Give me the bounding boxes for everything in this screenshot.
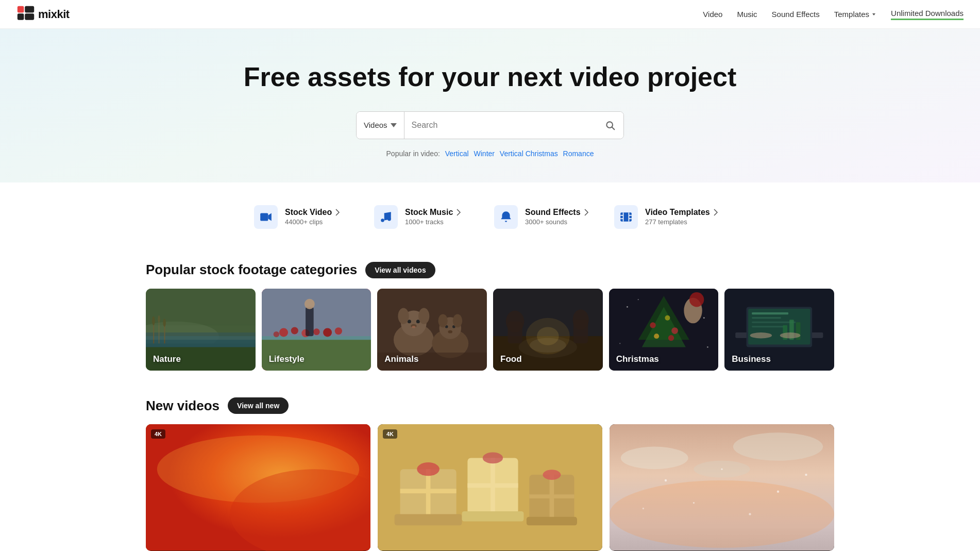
category-card-christmas[interactable]: Christmas xyxy=(609,289,719,371)
play-icon xyxy=(486,482,496,493)
chevron-down-icon xyxy=(391,122,397,128)
stock-video-title: Stock Video xyxy=(285,208,332,217)
nav-sound-effects[interactable]: Sound Effects xyxy=(772,10,820,19)
new-videos-section-header: New videos View all new xyxy=(146,397,834,414)
category-card-animals[interactable]: Animals xyxy=(377,289,487,371)
asset-cat-sound-effects[interactable]: Sound Effects 3000+ sounds xyxy=(494,201,606,233)
stock-video-sub: 44000+ clips xyxy=(285,218,341,226)
logo-link[interactable]: mixkit xyxy=(16,5,70,24)
asset-cat-stock-music[interactable]: Stock Music 1000+ tracks xyxy=(374,201,486,233)
main-nav: mixkit Video Music Sound Effects Templat… xyxy=(0,0,980,29)
arrow-right-icon xyxy=(583,209,590,216)
stock-music-sub: 1000+ tracks xyxy=(405,218,462,226)
svg-rect-1 xyxy=(18,13,24,20)
categories-section: Popular stock footage categories View al… xyxy=(129,252,851,388)
category-card-lifestyle[interactable]: Lifestyle xyxy=(262,289,371,371)
hero-section: Free assets for your next video project … xyxy=(0,29,980,182)
new-videos-section: New videos View all new xyxy=(129,387,851,551)
bell-icon xyxy=(499,210,513,224)
film-icon xyxy=(619,210,633,224)
nav-links: Video Music Sound Effects Templates Unli… xyxy=(703,9,964,20)
arrow-right-icon xyxy=(455,209,462,216)
search-icon xyxy=(605,120,615,130)
svg-rect-0 xyxy=(18,6,24,12)
nature-label: Nature xyxy=(153,354,181,364)
bell-icon-container xyxy=(494,205,518,229)
arrow-right-icon xyxy=(334,209,341,216)
tag-romance[interactable]: Romance xyxy=(563,149,594,158)
video-icon xyxy=(259,210,273,224)
tag-vertical[interactable]: Vertical xyxy=(445,149,469,158)
search-submit-button[interactable] xyxy=(597,112,623,139)
category-card-food[interactable]: Food xyxy=(493,289,603,371)
search-type-button[interactable]: Videos xyxy=(357,112,404,139)
arrow-right-icon xyxy=(712,209,719,216)
svg-point-8 xyxy=(387,218,391,221)
music-icon-container xyxy=(374,205,398,229)
search-type-label: Videos xyxy=(364,121,387,129)
animals-label: Animals xyxy=(384,354,418,364)
popular-label: Popular in video: xyxy=(386,149,440,158)
tag-vertical-christmas[interactable]: Vertical Christmas xyxy=(500,149,558,158)
lifestyle-label: Lifestyle xyxy=(269,354,305,364)
svg-rect-6 xyxy=(260,213,268,221)
nav-templates[interactable]: Templates xyxy=(834,10,876,19)
play-button-2[interactable] xyxy=(478,475,502,500)
new-videos-title: New videos xyxy=(146,398,219,414)
svg-line-5 xyxy=(612,127,615,130)
sound-effects-sub: 3000+ sounds xyxy=(525,218,590,226)
svg-rect-2 xyxy=(25,6,34,12)
christmas-label: Christmas xyxy=(616,354,659,364)
tag-winter[interactable]: Winter xyxy=(474,149,495,158)
svg-point-7 xyxy=(381,219,384,222)
resolution-badge-2: 4K xyxy=(383,429,397,439)
video-card-3[interactable] xyxy=(610,424,834,550)
video-icon-container xyxy=(254,205,278,229)
hero-title: Free assets for your next video project xyxy=(16,62,964,93)
asset-cat-video-templates[interactable]: Video Templates 277 templates xyxy=(614,201,726,233)
video-card-1[interactable]: 4K xyxy=(146,424,370,550)
stock-music-title: Stock Music xyxy=(405,208,453,217)
video-templates-title: Video Templates xyxy=(645,208,710,217)
view-all-new-button[interactable]: View all new xyxy=(228,397,289,414)
category-grid: Nature Lifestyle xyxy=(146,289,834,371)
search-bar: Videos xyxy=(356,111,624,139)
food-label: Food xyxy=(500,354,522,364)
music-icon xyxy=(379,210,393,224)
logo-text: mixkit xyxy=(38,8,70,21)
category-card-business[interactable]: Business xyxy=(724,289,834,371)
view-all-videos-button[interactable]: View all videos xyxy=(365,262,435,278)
categories-section-header: Popular stock footage categories View al… xyxy=(146,262,834,278)
nav-video[interactable]: Video xyxy=(703,10,722,19)
play-icon xyxy=(718,482,728,493)
video-card-2[interactable]: 4K xyxy=(378,424,602,550)
categories-section-title: Popular stock footage categories xyxy=(146,262,357,278)
svg-rect-9 xyxy=(620,212,632,221)
play-button-3[interactable] xyxy=(709,475,734,500)
asset-cat-stock-video[interactable]: Stock Video 44000+ clips xyxy=(254,201,366,233)
nav-unlimited[interactable]: Unlimited Downloads xyxy=(891,9,964,20)
play-button-1[interactable] xyxy=(246,475,271,500)
category-card-nature[interactable]: Nature xyxy=(146,289,256,371)
search-input[interactable] xyxy=(404,112,597,139)
play-icon xyxy=(254,482,264,493)
logo-icon xyxy=(16,5,35,24)
asset-category-links: Stock Video 44000+ clips Stock Music 100… xyxy=(238,182,742,252)
film-icon-container xyxy=(614,205,638,229)
business-label: Business xyxy=(732,354,771,364)
video-templates-sub: 277 templates xyxy=(645,218,719,226)
resolution-badge-1: 4K xyxy=(151,429,165,439)
svg-rect-3 xyxy=(25,13,34,20)
chevron-down-icon xyxy=(871,12,876,17)
nav-music[interactable]: Music xyxy=(737,10,757,19)
sound-effects-title: Sound Effects xyxy=(525,208,581,217)
videos-grid: 4K xyxy=(146,424,834,550)
popular-tags: Popular in video: Vertical Winter Vertic… xyxy=(16,149,964,158)
